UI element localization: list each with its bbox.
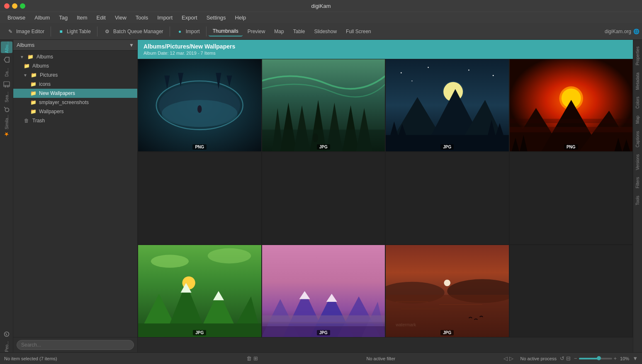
close-button[interactable] — [4, 3, 10, 9]
thumb-inner-10 — [262, 245, 385, 337]
versions-tab[interactable]: Versions — [634, 151, 641, 173]
dates2-strip-btn[interactable] — [1, 79, 12, 90]
tree-item-new-wallpapers[interactable]: 📁 New Wallpapers — [13, 89, 137, 98]
metadata-tab[interactable]: Metadata — [634, 69, 641, 93]
tree-item-pictures[interactable]: ▼ 📁 Pictures — [13, 70, 137, 80]
thumb-5-empty — [138, 152, 262, 245]
map-button[interactable]: Map — [270, 27, 288, 36]
albums-strip-btn[interactable]: Albu... — [1, 41, 12, 53]
clock-icon-btn[interactable] — [1, 328, 12, 340]
sidebar-collapse-arrow[interactable]: ▼ — [129, 42, 134, 48]
zoom-dropdown-icon[interactable]: ▼ — [632, 355, 638, 362]
minimize-button[interactable] — [12, 3, 17, 9]
menu-import[interactable]: Import — [153, 13, 177, 22]
maximize-button[interactable] — [20, 3, 25, 9]
svg-point-14 — [197, 105, 202, 113]
status-action-icons: 🗑 ⊞ — [246, 355, 258, 362]
album-count: 7 Items — [201, 51, 216, 56]
map-tab[interactable]: Map — [634, 112, 641, 127]
colors-tab[interactable]: Colors — [634, 93, 641, 112]
menu-settings[interactable]: Settings — [202, 13, 230, 22]
tools-tab[interactable]: Tools — [634, 192, 641, 209]
search-icon-btn[interactable] — [1, 104, 12, 115]
dates-strip-btn[interactable]: Da... — [1, 66, 12, 78]
status-nav-icons: ◁ ▷ — [503, 355, 513, 362]
import-button[interactable]: ● Import — [172, 26, 204, 37]
thumb-9[interactable]: JPG — [138, 245, 262, 337]
image-editor-icon: ✎ — [7, 28, 14, 35]
menu-browse[interactable]: Browse — [3, 13, 29, 22]
slider-track[interactable] — [579, 358, 612, 359]
thumbnails-button[interactable]: Thumbnails — [209, 27, 243, 36]
next-icon[interactable]: ▷ — [509, 355, 513, 362]
svg-point-5 — [5, 108, 9, 112]
thumb-image-3 — [386, 59, 509, 151]
svg-point-40 — [401, 72, 402, 73]
thumb-inner-1 — [138, 59, 261, 151]
zoom-in-icon[interactable]: + — [614, 355, 617, 362]
menu-item[interactable]: Item — [73, 13, 91, 22]
properties-tab[interactable]: Properties — [634, 43, 641, 69]
menubar: Browse Album Tag Item Edit View Tools Im… — [0, 12, 642, 23]
tree-item-smplayer[interactable]: 📁 smplayer_screenshots — [13, 98, 137, 107]
thumb-format-9: JPG — [193, 330, 206, 335]
batch-queue-button[interactable]: ⚙ Batch Queue Manager — [100, 26, 168, 37]
people-strip-btn[interactable]: Peo... — [1, 341, 12, 352]
zoom-slider[interactable]: − + — [574, 355, 617, 362]
menu-export[interactable]: Export — [178, 13, 202, 22]
menu-tag[interactable]: Tag — [55, 13, 72, 22]
zoom-out-icon[interactable]: − — [574, 355, 577, 362]
thumb-format-11: JPG — [440, 330, 454, 335]
preview-button[interactable]: Preview — [243, 27, 270, 36]
fullscreen-button[interactable]: Full Screen — [342, 27, 375, 36]
toolbar-sep-2 — [97, 27, 97, 36]
trash-status-icon[interactable]: 🗑 — [246, 355, 252, 362]
tags-strip-btn[interactable] — [1, 54, 12, 66]
tree-item-wallpapers[interactable]: 📁 Wallpapers — [13, 107, 137, 116]
filters-tab[interactable]: Filters — [634, 174, 641, 192]
album-path: Albums/Pictures/New Wallpapers — [143, 43, 627, 50]
search-strip-btn[interactable]: Sea... — [1, 91, 12, 103]
table-button[interactable]: Table — [289, 27, 309, 36]
menu-help[interactable]: Help — [231, 13, 250, 22]
svg-point-80 — [444, 279, 450, 286]
thumb-2[interactable]: JPG — [262, 59, 386, 152]
thumb-11[interactable]: watermark JPG — [385, 245, 509, 337]
sidebar-title: Albums — [17, 42, 34, 48]
thumb-format-4: PNG — [564, 144, 578, 150]
thumb-4[interactable]: PNG — [509, 59, 633, 152]
tree-item-trash[interactable]: 🗑 Trash — [13, 116, 137, 125]
thumb-image-10 — [262, 245, 385, 337]
sync-icon[interactable]: ↺ — [560, 355, 564, 362]
image-editor-button[interactable]: ✎ Image Editor — [2, 26, 49, 37]
grid-status-icon[interactable]: ⊞ — [253, 355, 258, 362]
prev-icon[interactable]: ◁ — [503, 355, 508, 362]
star-btn[interactable]: ★ — [1, 129, 12, 140]
light-table-button[interactable]: ■ Light Table — [53, 26, 95, 37]
svg-text:watermark: watermark — [395, 323, 416, 327]
menu-album[interactable]: Album — [30, 13, 54, 22]
menu-tools[interactable]: Tools — [131, 13, 152, 22]
thumb-1[interactable]: PNG — [138, 59, 262, 152]
search-input[interactable] — [17, 340, 134, 350]
calendar-icon — [3, 81, 10, 88]
thumb-3[interactable]: JPG — [385, 59, 509, 152]
thumb-inner-2 — [262, 59, 385, 151]
toolbar-sep-1 — [51, 27, 51, 36]
menu-view[interactable]: View — [111, 13, 131, 22]
expand-arrow: ▼ — [23, 73, 27, 78]
thumb-format-2: JPG — [317, 144, 330, 150]
menu-edit[interactable]: Edit — [92, 13, 109, 22]
thumb-format-1: PNG — [192, 144, 207, 150]
svg-point-43 — [493, 75, 494, 76]
captions-tab[interactable]: Captions — [634, 128, 641, 150]
tree-item-albums-root[interactable]: ▼ 📁 Albums — [13, 52, 137, 61]
thumb-10[interactable]: JPG — [262, 245, 386, 337]
tree-item-albums[interactable]: 📁 Albums — [13, 61, 137, 70]
tree-item-icons[interactable]: 📁 icons — [13, 80, 137, 89]
thumb-image-11: watermark — [386, 245, 509, 337]
folder-icon: 📁 — [30, 81, 36, 87]
similar-strip-btn[interactable]: Simila... — [1, 116, 12, 128]
grid2-icon[interactable]: ⊟ — [566, 355, 571, 362]
slideshow-button[interactable]: Slideshow — [310, 27, 341, 36]
